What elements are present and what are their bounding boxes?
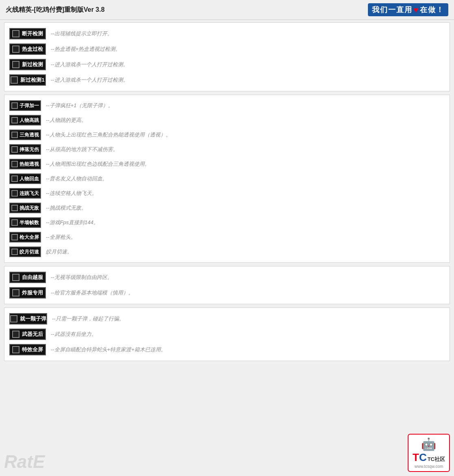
item-desc-jiuyikezidan: --只需一颗子弹，碰起了行骗。	[52, 315, 124, 322]
item-desc-reguoguojian: --热盒透视+热盒透视过检测。	[51, 45, 121, 53]
checkbox-reguoguojian[interactable]: 热盒过检	[9, 43, 46, 55]
list-item: 断开检测 --出现辅线提示立即打开。	[9, 26, 445, 41]
list-item: 摔落无伤 --从很高的地方跳下不减伤害。	[9, 142, 445, 157]
list-item: 三角透视 --人物头上出现红色三角配合热能透视使用（透视）。	[9, 128, 445, 142]
checkbox-sanjiaotoushu[interactable]: 三角透视	[9, 130, 41, 140]
item-desc-wuqiwuhou: --武器没有后坐力。	[51, 331, 97, 338]
checkbox-banchengzhen[interactable]: 半墙帧数	[9, 217, 41, 228]
section-features: 子弹加一 --子弹疯狂+1（无限子弹）。 人物高跳 --人物跳的更高。 三角透视…	[4, 95, 450, 263]
list-item: 连跳飞天 --连续空格人物飞天。	[9, 186, 445, 201]
list-item: 挑战无敌 --挑战模式无敌。	[9, 201, 445, 215]
checkbox-xinguojiance[interactable]: 新过检测	[9, 59, 46, 70]
item-desc-zhafu: --给官方服务器本地端模（慎用）。	[51, 289, 134, 296]
title-bar: 火线精英-[吃鸡付费]重制版Ver 3.8 我 们 一 直 用 ♥ 在 做 ！	[0, 0, 454, 20]
list-item: 特效全屏 --全屏自瞄配合特异蛇头+特意家渡+箱木已连用。	[9, 342, 445, 357]
list-item: 人物高跳 --人物跳的更高。	[9, 113, 445, 128]
item-desc-renwuhuixue: --普名友义人物自动回血。	[46, 175, 108, 182]
list-item: 皎月切速 皎月切速。	[9, 244, 445, 259]
item-desc-texiaoquanping: --全屏自瞄配合特异蛇头+特意家渡+箱木已连用。	[51, 346, 166, 353]
list-item: 新过检测 --进入游戏杀一个人打开过检测。	[9, 57, 445, 72]
checkbox-tiaozhuwudi[interactable]: 挑战无敌	[9, 203, 41, 213]
list-item: 炸服专用 --给官方服务器本地端模（慎用）。	[9, 285, 445, 301]
checkbox-xinguojiance1[interactable]: 新过检测1	[9, 74, 46, 86]
checkbox-zhafu[interactable]: 炸服专用	[9, 287, 46, 299]
section-weapons: 就一颗子弹 --只需一颗子弹，碰起了行骗。 武器无后 --武器没有后坐力。 特效…	[4, 307, 450, 361]
robot-icon: 🤖	[421, 437, 436, 451]
list-item: 半墙帧数 --游戏Fps直接到144。	[9, 215, 445, 230]
checkbox-renwugaotiao[interactable]: 人物高跳	[9, 115, 41, 125]
item-desc-duankaijiance: --出现辅线提示立即打开。	[51, 30, 112, 37]
checkbox-jiuyikezidan[interactable]: 就一颗子弹	[9, 313, 47, 325]
list-item: 热盒过检 --热盒透视+热盒透视过检测。	[9, 41, 445, 57]
checkbox-reneng-toushu[interactable]: 热能透视	[9, 159, 41, 169]
item-desc-renwugaotiao: --人物跳的更高。	[46, 117, 86, 124]
checkbox-qiangdaquanping[interactable]: 枪大全屏	[9, 232, 41, 242]
item-desc-tiaozhuwudi: --挑战模式无敌。	[46, 204, 86, 212]
list-item: 热能透视 --人物周围出现红色边线配合三角透视使用。	[9, 157, 445, 171]
list-item: 子弹加一 --子弹疯狂+1（无限子弹）。	[9, 98, 445, 113]
checkbox-texiaoquanping[interactable]: 特效全屏	[9, 344, 46, 355]
checkbox-duankaijiance[interactable]: 断开检测	[9, 28, 46, 39]
item-desc-sanjiaotoushu: --人物头上出现红色三角配合热能透视使用（透视）。	[46, 131, 171, 138]
list-item: 自由越服 --无视等级限制自由跨区。	[9, 270, 445, 285]
section-server: 自由越服 --无视等级限制自由跨区。 炸服专用 --给官方服务器本地端模（慎用）…	[4, 266, 450, 304]
list-item: 枪大全屏 --全屏枪头。	[9, 230, 445, 244]
rate-badge: RatE	[4, 452, 45, 472]
checkbox-ziyueyuefu[interactable]: 自由越服	[9, 272, 46, 283]
item-desc-qiangdaquanping: --全屏枪头。	[46, 234, 76, 241]
item-desc-zidanjiayi: --子弹疯狂+1（无限子弹）。	[46, 102, 113, 109]
main-content: 断开检测 --出现辅线提示立即打开。 热盒过检 --热盒透视+热盒透视过检测。 …	[0, 20, 454, 367]
item-desc-xinguojiance1: --进入游戏杀一个人打开过检测。	[51, 76, 128, 84]
heart-icon: ♥	[413, 5, 419, 15]
checkbox-wuqiwuhou[interactable]: 武器无后	[9, 329, 46, 340]
site-url: www.tcsqw.com	[415, 464, 443, 469]
section-detection: 断开检测 --出现辅线提示立即打开。 热盒过检 --热盒透视+热盒透视过检测。 …	[4, 22, 450, 91]
list-item: 就一颗子弹 --只需一颗子弹，碰起了行骗。	[9, 311, 445, 327]
item-desc-banchengzhen: --游戏Fps直接到144。	[46, 219, 99, 226]
item-desc-lianjiaofeitianr: --连续空格人物飞天。	[46, 190, 97, 197]
list-item: 人物回血 --普名友义人物自动回血。	[9, 171, 445, 186]
checkbox-zidanjiayi[interactable]: 子弹加一	[9, 100, 41, 111]
community-label: TC社区	[428, 456, 445, 463]
checkbox-lianjiaofeitianr[interactable]: 连跳飞天	[9, 188, 41, 199]
item-desc-xinguojiance: --进入游戏杀一个人打开过检测。	[51, 61, 128, 68]
list-item: 新过检测1 --进入游戏杀一个人打开过检测。	[9, 72, 445, 88]
watermark-area: 🤖 T C TC社区 www.tcsqw.com	[408, 434, 450, 472]
item-desc-jiaoyueqiesu: 皎月切速。	[46, 248, 72, 255]
checkbox-renwuhuixue[interactable]: 人物回血	[9, 173, 41, 184]
item-desc-shuaiwushang: --从很高的地方跳下不减伤害。	[46, 146, 118, 153]
list-item: 武器无后 --武器没有后坐力。	[9, 327, 445, 342]
checkbox-jiaoyueqiesu[interactable]: 皎月切速	[9, 247, 41, 257]
tc-logo-text: T C TC社区	[413, 451, 445, 464]
app-title: 火线精英-[吃鸡付费]重制版Ver 3.8	[6, 6, 105, 14]
item-desc-reneng-toushu: --人物周围出现红色边线配合三角透视使用。	[46, 160, 150, 168]
item-desc-ziyueyuefu: --无视等级限制自由跨区。	[51, 274, 112, 281]
checkbox-shuaiwushang[interactable]: 摔落无伤	[9, 144, 41, 155]
brand-banner: 我 们 一 直 用 ♥ 在 做 ！	[368, 3, 448, 16]
